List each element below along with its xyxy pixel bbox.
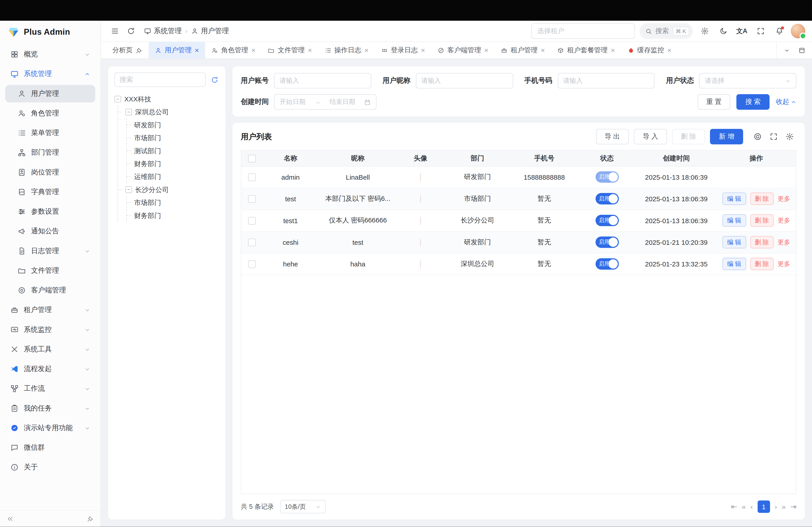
- sidebar-item-overview[interactable]: 概览: [5, 46, 95, 63]
- status-toggle[interactable]: 启用: [595, 237, 619, 248]
- fullscreen-icon[interactable]: [754, 24, 768, 38]
- row-checkbox[interactable]: [248, 174, 256, 181]
- collapse-filter-link[interactable]: 收起: [776, 97, 796, 107]
- close-tab-icon[interactable]: ×: [541, 47, 545, 54]
- tree-node[interactable]: − 长沙分公司: [123, 183, 219, 196]
- delete-button[interactable]: 删 除: [672, 129, 705, 145]
- sidebar-item-tools[interactable]: 系统工具: [5, 341, 95, 358]
- tabbar-fullscreen-icon[interactable]: [795, 43, 809, 57]
- row-checkbox[interactable]: [248, 239, 256, 246]
- close-tab-icon[interactable]: ×: [195, 47, 199, 54]
- tab-tenant-packages[interactable]: 租户套餐管理 ×: [551, 42, 621, 58]
- reset-button[interactable]: 重 置: [697, 94, 730, 110]
- tree-node[interactable]: − XXX科技: [114, 93, 219, 105]
- sidebar-item-my-tasks[interactable]: 我的任务: [5, 400, 95, 417]
- edit-button[interactable]: 编 辑: [723, 258, 746, 270]
- collapse-sidebar-icon[interactable]: [7, 515, 14, 522]
- close-tab-icon[interactable]: ×: [484, 47, 489, 54]
- delete-row-button[interactable]: 删 除: [750, 193, 774, 205]
- delete-row-button[interactable]: 删 除: [750, 214, 774, 227]
- tab-tenants[interactable]: 租户管理 ×: [495, 42, 551, 58]
- sidebar-item-wechat-group[interactable]: 微信群: [5, 439, 95, 456]
- select-all-checkbox[interactable]: [248, 155, 256, 162]
- sidebar-item-parameters[interactable]: 参数设置: [5, 203, 95, 221]
- close-tab-icon[interactable]: ×: [251, 47, 256, 54]
- collapse-node-icon[interactable]: −: [126, 109, 132, 116]
- prev-jump-icon[interactable]: «: [742, 502, 746, 511]
- sidebar-item-monitoring[interactable]: 系统监控: [5, 321, 95, 338]
- export-button[interactable]: 导 出: [596, 129, 629, 145]
- tree-node[interactable]: 市场部门: [132, 132, 219, 144]
- breadcrumb-item-system[interactable]: 系统管理: [144, 26, 182, 35]
- close-tab-icon[interactable]: ×: [308, 47, 312, 54]
- first-page-icon[interactable]: ⇤: [731, 502, 737, 511]
- edit-button[interactable]: 编 辑: [723, 236, 746, 249]
- pin-icon[interactable]: [136, 47, 143, 54]
- row-checkbox[interactable]: [248, 195, 256, 203]
- sidebar-item-about[interactable]: 关于: [5, 458, 95, 476]
- tab-clients[interactable]: 客户端管理 ×: [431, 42, 495, 58]
- next-jump-icon[interactable]: »: [782, 502, 786, 511]
- tree-search-input[interactable]: 搜索: [114, 72, 205, 87]
- edit-button[interactable]: 编 辑: [723, 214, 746, 227]
- sidebar-item-logs[interactable]: 日志管理: [5, 242, 95, 260]
- current-page[interactable]: 1: [757, 500, 770, 513]
- tab-operation-logs[interactable]: 操作日志 ×: [318, 42, 375, 58]
- tree-node[interactable]: − 深圳总公司: [123, 105, 219, 118]
- translate-icon[interactable]: 文A: [735, 24, 749, 38]
- user-avatar[interactable]: [791, 24, 805, 38]
- sidebar-item-tenants[interactable]: 租户管理: [5, 301, 95, 319]
- close-tab-icon[interactable]: ×: [611, 47, 615, 54]
- sidebar-item-users[interactable]: 用户管理: [5, 85, 95, 103]
- delete-row-button[interactable]: 删 除: [750, 236, 774, 249]
- sidebar-item-workflow[interactable]: 工作流: [5, 380, 95, 397]
- refresh-page-icon[interactable]: [124, 24, 138, 38]
- import-button[interactable]: 导 入: [634, 129, 667, 145]
- tab-files[interactable]: 文件管理 ×: [262, 42, 318, 58]
- prev-page-icon[interactable]: ‹: [751, 502, 753, 511]
- sidebar-item-clients[interactable]: 客户端管理: [5, 282, 95, 299]
- date-range-input[interactable]: 开始日期 → 结束日期: [274, 94, 377, 110]
- delete-row-button[interactable]: 删 除: [750, 258, 774, 270]
- tree-node[interactable]: 运维部门: [132, 170, 219, 183]
- bell-icon[interactable]: [772, 24, 786, 38]
- last-page-icon[interactable]: ⇥: [791, 502, 796, 511]
- sidebar-item-dictionary[interactable]: 字典管理: [5, 183, 95, 201]
- status-toggle[interactable]: 启用: [595, 171, 619, 183]
- add-button[interactable]: 新 增: [710, 129, 743, 145]
- phone-input[interactable]: 请输入: [557, 73, 655, 89]
- hamburger-menu-icon[interactable]: [108, 24, 122, 38]
- table-fullscreen-icon[interactable]: [766, 130, 780, 144]
- sidebar-item-demo-features[interactable]: 演示站专用功能: [5, 419, 95, 437]
- gear-icon[interactable]: [698, 24, 712, 38]
- more-actions-link[interactable]: 更多: [778, 259, 790, 268]
- row-checkbox[interactable]: [248, 260, 256, 268]
- tree-node[interactable]: 财务部门: [132, 209, 219, 222]
- tree-node[interactable]: 研发部门: [132, 119, 219, 132]
- tenant-select-input[interactable]: 选择租户: [531, 23, 635, 39]
- row-checkbox[interactable]: [248, 217, 256, 225]
- tree-node[interactable]: 测试部门: [132, 145, 219, 157]
- nickname-input[interactable]: 请输入: [416, 73, 513, 89]
- close-tab-icon[interactable]: ×: [667, 47, 671, 54]
- page-size-select[interactable]: 10条/页: [280, 500, 326, 513]
- more-actions-link[interactable]: 更多: [778, 216, 790, 225]
- search-button[interactable]: 搜 索: [737, 94, 770, 110]
- close-tab-icon[interactable]: ×: [364, 47, 368, 54]
- table-settings-gear-icon[interactable]: [782, 130, 796, 144]
- status-toggle[interactable]: 启用: [595, 215, 619, 226]
- dark-mode-moon-icon[interactable]: [716, 24, 730, 38]
- collapse-node-icon[interactable]: −: [114, 96, 121, 103]
- close-tab-icon[interactable]: ×: [421, 47, 425, 54]
- sidebar-item-announcements[interactable]: 通知公告: [5, 223, 95, 240]
- tab-analysis[interactable]: 分析页: [106, 42, 149, 58]
- sidebar-item-menus[interactable]: 菜单管理: [5, 124, 95, 142]
- status-toggle[interactable]: 启用: [595, 258, 619, 270]
- collapse-node-icon[interactable]: −: [126, 186, 132, 193]
- tree-node[interactable]: 市场部门: [132, 196, 219, 209]
- edit-button[interactable]: 编 辑: [723, 193, 746, 205]
- status-select[interactable]: 请选择: [699, 73, 796, 89]
- tab-users[interactable]: 用户管理 ×: [149, 42, 205, 58]
- more-actions-link[interactable]: 更多: [778, 238, 790, 246]
- tab-cache-monitor[interactable]: 缓存监控 ×: [621, 42, 678, 58]
